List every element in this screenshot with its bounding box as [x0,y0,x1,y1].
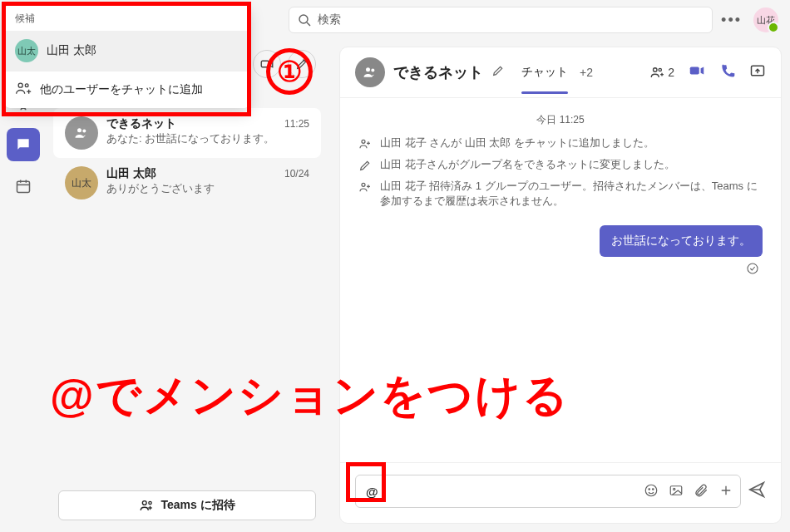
svg-point-43 [25,84,28,87]
chat-item-preview: ありがとうございます [106,181,309,196]
svg-point-27 [362,140,365,143]
participants-button[interactable]: 2 [649,65,674,80]
attach-icon[interactable] [694,483,709,500]
rail-calendar[interactable] [7,170,40,203]
svg-marker-10 [270,61,273,67]
chat-item-name: できるネット [106,116,176,131]
chat-item-name: 山田 太郎 [106,166,156,181]
svg-point-30 [362,183,365,186]
suggestion-item[interactable]: 山太 山田 太郎 [5,31,249,71]
add-tab-button[interactable]: +2 [580,66,593,79]
more-menu-icon[interactable]: ••• [721,12,742,29]
new-chat-button[interactable] [288,50,316,78]
svg-point-42 [18,83,22,87]
svg-point-36 [653,488,654,490]
compose-text: @ [366,485,378,499]
chat-header: できるネット チャット +2 2 [340,47,781,98]
video-call-icon[interactable] [688,62,706,83]
suggestion-add-user[interactable]: 他のユーザーをチャットに追加 [5,71,249,108]
group-avatar-icon [65,116,98,150]
chat-list-item[interactable]: 山太 山田 太郎 10/24 ありがとうございます [53,158,321,208]
system-message: 山田 花子さんがグループ名をできるネットに変更しました。 [358,157,763,172]
suggestion-name: 山田 太郎 [47,43,96,58]
person-add-icon [358,180,372,194]
search-icon [298,13,311,27]
compose-bar: @ [340,462,781,523]
audio-call-icon[interactable] [719,62,736,82]
chat-main-panel: できるネット チャット +2 2 今日 11:25 [339,47,782,524]
send-button[interactable] [748,480,766,502]
message-input[interactable]: @ [355,475,741,508]
svg-point-13 [143,501,147,505]
plus-icon[interactable] [718,483,733,500]
video-call-button[interactable] [253,50,281,78]
svg-point-35 [649,488,650,490]
pencil-icon [358,159,372,172]
edit-title-icon[interactable] [491,64,505,81]
svg-point-11 [77,128,81,132]
svg-point-34 [645,485,657,496]
svg-point-20 [659,68,661,71]
svg-rect-5 [17,181,30,192]
chat-item-time: 10/24 [284,168,309,180]
chat-messages: 今日 11:25 山田 花子 さんが 山田 太郎 をチャットに追加しました。 山… [340,98,781,462]
image-icon[interactable] [669,483,684,500]
read-receipt-icon [358,262,763,278]
svg-rect-23 [690,66,699,74]
system-message: 山田 花子 さんが 山田 太郎 をチャットに追加しました。 [358,135,763,150]
svg-point-17 [366,67,370,71]
add-user-icon [15,80,32,100]
svg-rect-37 [670,485,682,495]
chat-item-time: 11:25 [284,118,309,130]
svg-point-38 [674,488,675,490]
tab-chat[interactable]: チャット [521,62,568,83]
svg-point-14 [149,501,151,504]
outgoing-message: お世話になっております。 [358,225,763,257]
suggestion-add-label: 他のユーザーをチャットに追加 [40,82,203,97]
rail-chat[interactable] [7,128,40,161]
svg-line-1 [307,22,310,26]
person-add-icon [358,137,372,150]
svg-point-0 [299,15,308,23]
chat-list-panel: チャット ▾ 最近のチャット できるネット 11:25 あなた: お世話になって… [47,40,328,532]
svg-point-19 [654,68,658,72]
svg-point-12 [82,130,86,133]
app-rail [0,40,47,532]
svg-point-33 [748,264,758,273]
chat-title: できるネット [393,62,483,82]
user-avatar[interactable]: 山花 [753,7,778,32]
invite-icon [139,498,154,513]
chat-list-item[interactable]: できるネット 11:25 あなた: お世話になっております。 [53,108,321,158]
invite-teams-button[interactable]: Teams に招待 [58,490,316,520]
suggestion-header: 候補 [5,5,249,31]
mention-suggestion-popup: 候補 山太 山田 太郎 他のユーザーをチャットに追加 [5,5,249,108]
search-input[interactable]: 検索 [289,7,713,33]
system-message: 山田 花子 招待済み 1 グループのユーザー。招待されたメンバーは、Teams … [358,179,763,209]
chat-item-preview: あなた: お世話になっております。 [106,131,309,146]
user-avatar-icon: 山太 [65,166,98,200]
date-separator: 今日 11:25 [358,113,763,127]
emoji-icon[interactable] [644,483,659,500]
suggestion-avatar: 山太 [15,39,38,62]
share-screen-icon[interactable] [749,62,766,82]
chat-avatar-icon [355,57,385,87]
search-placeholder: 検索 [318,12,341,27]
svg-point-18 [371,69,374,72]
message-bubble[interactable]: お世話になっております。 [600,225,763,257]
svg-rect-9 [261,61,269,67]
svg-marker-24 [701,66,704,74]
